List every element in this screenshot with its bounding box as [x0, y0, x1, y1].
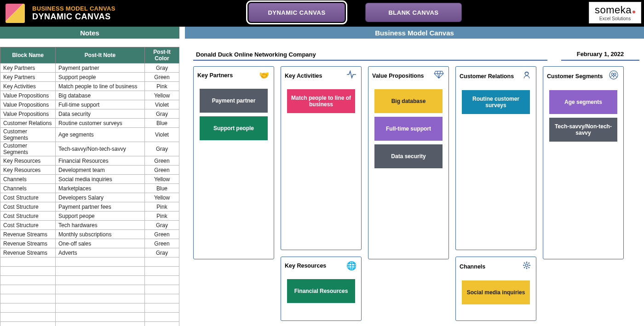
table-cell[interactable]: Age segments [56, 128, 145, 142]
table-cell[interactable]: Violet [145, 100, 179, 109]
table-row[interactable]: Customer SegmentsTech-savvy/Non-tech-sav… [0, 142, 179, 156]
table-row[interactable] [0, 322, 179, 326]
table-row[interactable]: Cost StructureTech hardwaresGray [0, 221, 179, 230]
table-row[interactable]: Cost StructureDevelopers SalaryYellow [0, 193, 179, 202]
table-cell[interactable]: Channels [0, 175, 56, 184]
table-cell[interactable]: Value Propositions [0, 100, 56, 109]
table-cell[interactable]: Pink [145, 202, 179, 212]
table-cell[interactable] [0, 303, 56, 313]
table-cell[interactable]: Cost Structure [0, 202, 56, 212]
table-cell[interactable] [0, 276, 56, 285]
postit[interactable]: Tech-savvy/Non-tech-savvy [549, 118, 617, 142]
table-cell[interactable]: Customer Segments [0, 142, 56, 156]
table-cell[interactable] [56, 257, 145, 267]
table-cell[interactable]: Developers Salary [56, 193, 145, 202]
table-row[interactable]: Key ResourcesDevelopment teamGreen [0, 166, 179, 175]
table-cell[interactable]: Cost Structure [0, 221, 56, 230]
table-cell[interactable]: Yellow [145, 175, 179, 184]
table-cell[interactable]: Blue [145, 119, 179, 128]
table-row[interactable]: ChannelsSocial media inquiriesYellow [0, 175, 179, 184]
tab-blank-canvas[interactable]: BLANK CANVAS [365, 3, 462, 22]
table-cell[interactable]: Violet [145, 128, 179, 142]
table-cell[interactable]: Green [145, 73, 179, 82]
table-cell[interactable]: Payment partner [56, 63, 145, 73]
table-cell[interactable]: Blue [145, 184, 179, 193]
table-cell[interactable]: Payment partner fees [56, 202, 145, 212]
table-cell[interactable] [56, 276, 145, 285]
table-row[interactable]: Value PropositionsFull-time supportViole… [0, 100, 179, 109]
table-cell[interactable]: Green [145, 239, 179, 248]
table-cell[interactable]: Key Resources [0, 166, 56, 175]
table-cell[interactable]: Channels [0, 184, 56, 193]
table-cell[interactable]: Big database [56, 91, 145, 100]
postit[interactable]: Full-time support [374, 117, 443, 141]
table-cell[interactable]: Tech hardwares [56, 221, 145, 230]
table-cell[interactable]: Marketplaces [56, 184, 145, 193]
table-row[interactable]: Key PartnersPayment partnerGray [0, 63, 179, 73]
table-cell[interactable]: Financial Resources [56, 156, 145, 166]
table-cell[interactable]: Development team [56, 166, 145, 175]
table-row[interactable] [0, 303, 179, 313]
table-cell[interactable] [0, 294, 56, 303]
table-cell[interactable] [145, 294, 179, 303]
postit[interactable]: Payment partner [200, 89, 268, 113]
table-cell[interactable]: Yellow [145, 193, 179, 202]
table-cell[interactable] [145, 276, 179, 285]
table-cell[interactable] [145, 257, 179, 267]
table-cell[interactable] [56, 267, 145, 276]
table-cell[interactable]: Key Activities [0, 82, 56, 91]
postit[interactable]: Support people [200, 116, 268, 140]
table-cell[interactable]: Green [145, 166, 179, 175]
table-cell[interactable]: Routine customer surveys [56, 119, 145, 128]
table-row[interactable]: Customer RelationsRoutine customer surve… [0, 119, 179, 128]
table-cell[interactable]: Gray [145, 221, 179, 230]
table-row[interactable]: Revenue StreamsOne-off salesGreen [0, 239, 179, 248]
table-cell[interactable] [56, 313, 145, 322]
table-cell[interactable]: Revenue Streams [0, 239, 56, 248]
table-row[interactable] [0, 257, 179, 267]
table-row[interactable] [0, 285, 179, 294]
postit[interactable]: Financial Resources [287, 279, 355, 303]
table-cell[interactable]: Green [145, 156, 179, 166]
table-row[interactable]: Cost StructureSupport peopePink [0, 212, 179, 221]
table-cell[interactable]: Gray [145, 142, 179, 156]
table-cell[interactable] [145, 267, 179, 276]
table-cell[interactable] [0, 322, 56, 326]
postit[interactable]: Data security [374, 144, 443, 168]
table-cell[interactable]: Value Propositions [0, 109, 56, 119]
table-cell[interactable]: Support people [56, 73, 145, 82]
table-cell[interactable] [145, 313, 179, 322]
table-cell[interactable]: Cost Structure [0, 212, 56, 221]
table-cell[interactable]: Customer Segments [0, 128, 56, 142]
table-row[interactable]: ChannelsMarketplacesBlue [0, 184, 179, 193]
table-row[interactable] [0, 276, 179, 285]
postit[interactable]: Social media inquiries [462, 280, 530, 304]
table-cell[interactable]: Customer Relations [0, 119, 56, 128]
table-cell[interactable]: Adverts [56, 248, 145, 257]
table-cell[interactable]: Cost Structure [0, 193, 56, 202]
table-cell[interactable]: Tech-savvy/Non-tech-savvy [56, 142, 145, 156]
table-cell[interactable] [145, 285, 179, 294]
table-cell[interactable]: Pink [145, 82, 179, 91]
table-cell[interactable]: Pink [145, 212, 179, 221]
postit[interactable]: Match people to line of business [287, 89, 355, 113]
postit[interactable]: Age segments [549, 90, 617, 114]
table-row[interactable]: Revenue StreamsAdvertsGray [0, 248, 179, 257]
table-cell[interactable] [0, 267, 56, 276]
table-cell[interactable]: Social media inquiries [56, 175, 145, 184]
table-cell[interactable] [145, 303, 179, 313]
table-cell[interactable]: Revenue Streams [0, 248, 56, 257]
table-row[interactable]: Customer SegmentsAge segmentsViolet [0, 128, 179, 142]
table-cell[interactable] [0, 285, 56, 294]
table-cell[interactable]: One-off sales [56, 239, 145, 248]
table-cell[interactable]: Data security [56, 109, 145, 119]
table-row[interactable]: Value PropositionsData securityGray [0, 109, 179, 119]
table-cell[interactable]: Gray [145, 109, 179, 119]
table-row[interactable]: Revenue StreamsMonthly subscriptionsGree… [0, 230, 179, 239]
postit[interactable]: Big database [374, 89, 443, 113]
table-cell[interactable]: Revenue Streams [0, 230, 56, 239]
table-cell[interactable]: Match people to line of business [56, 82, 145, 91]
table-row[interactable] [0, 313, 179, 322]
table-cell[interactable]: Key Partners [0, 63, 56, 73]
table-cell[interactable] [0, 257, 56, 267]
